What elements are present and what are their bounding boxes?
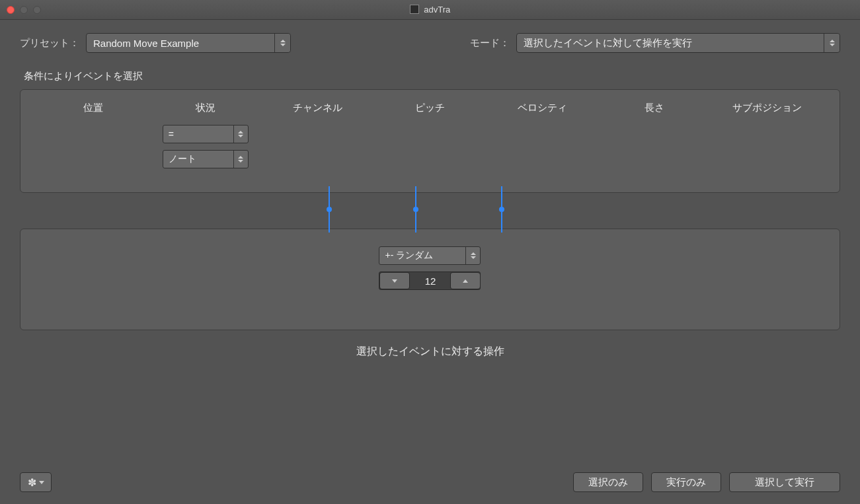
settings-gear-button[interactable]: ✽ — [20, 472, 52, 492]
column-subposition: サブポジション — [714, 102, 820, 118]
status-type-value: ノート — [169, 153, 196, 165]
column-pitch: ピッチ — [377, 102, 483, 118]
status-type-caret-icon — [233, 151, 248, 168]
action-panel: +- ランダム 12 — [20, 229, 840, 330]
column-position: 位置 — [40, 102, 146, 118]
column-velocity: ベロシティ — [489, 102, 595, 118]
select-and-execute-label: 選択して実行 — [755, 476, 814, 489]
spinner-decrement-button[interactable] — [379, 272, 410, 289]
window-titlebar: advTra — [0, 0, 860, 20]
action-pitch-mode-value: +- ランダム — [385, 250, 433, 262]
column-position-header: 位置 — [83, 102, 103, 114]
action-pitch-mode-select[interactable]: +- ランダム — [379, 246, 481, 265]
close-window-button[interactable] — [7, 6, 15, 14]
mode-caret-icon — [824, 34, 840, 52]
filter-section-title: 条件によりイベントを選択 — [24, 70, 840, 83]
select-only-button[interactable]: 選択のみ — [573, 472, 643, 492]
execute-only-button[interactable]: 実行のみ — [651, 472, 721, 492]
preset-value: Random Move Example — [93, 38, 199, 49]
header-row: プリセット： Random Move Example モード： 選択したイベント… — [20, 33, 840, 53]
mode-select[interactable]: 選択したイベントに対して操作を実行 — [516, 33, 840, 53]
spinner-increment-button[interactable] — [450, 272, 480, 289]
column-status-header: 状況 — [196, 102, 215, 114]
connector-velocity[interactable] — [500, 186, 504, 233]
action-pitch-mode-caret-icon — [465, 247, 480, 264]
mode-label: モード： — [470, 37, 510, 50]
preset-select[interactable]: Random Move Example — [86, 33, 291, 53]
window-controls — [7, 6, 41, 14]
action-section-title: 選択したイベントに対する操作 — [20, 345, 840, 359]
spinner-value[interactable]: 12 — [410, 275, 450, 287]
footer-bar: ✽ 選択のみ 実行のみ 選択して実行 — [20, 472, 840, 492]
filter-panel: 位置 状況 = ノート チャンネル ピッチ ベロシティ — [20, 89, 840, 193]
column-pitch-header: ピッチ — [415, 102, 445, 114]
minimize-window-button[interactable] — [20, 6, 28, 14]
status-type-select[interactable]: ノート — [163, 150, 249, 168]
column-status: 状況 = ノート — [153, 102, 258, 168]
column-subposition-header: サブポジション — [732, 102, 802, 114]
status-operator-value: = — [169, 129, 174, 139]
window-title: advTra — [0, 5, 860, 15]
status-operator-select[interactable]: = — [163, 125, 249, 143]
zoom-window-button[interactable] — [33, 6, 41, 14]
window-icon — [410, 5, 419, 14]
status-operator-caret-icon — [233, 126, 248, 143]
gear-icon: ✽ — [28, 476, 36, 489]
preset-caret-icon — [274, 34, 290, 52]
column-length-header: 長さ — [645, 102, 664, 114]
preset-label: プリセット： — [20, 37, 79, 50]
action-pitch-value-spinner[interactable]: 12 — [379, 271, 481, 290]
connector-pitch[interactable] — [414, 186, 418, 233]
column-velocity-header: ベロシティ — [518, 102, 567, 114]
mode-value: 選択したイベントに対して操作を実行 — [524, 37, 692, 50]
window-title-text: advTra — [424, 5, 450, 15]
select-and-execute-button[interactable]: 選択して実行 — [729, 472, 840, 492]
connector-area — [20, 186, 840, 233]
chevron-down-icon — [39, 481, 44, 484]
execute-only-label: 実行のみ — [666, 476, 706, 489]
connector-channel[interactable] — [327, 186, 331, 233]
column-channel-header: チャンネル — [293, 102, 342, 114]
column-length: 長さ — [602, 102, 707, 118]
column-channel: チャンネル — [265, 102, 371, 118]
select-only-label: 選択のみ — [588, 476, 628, 489]
